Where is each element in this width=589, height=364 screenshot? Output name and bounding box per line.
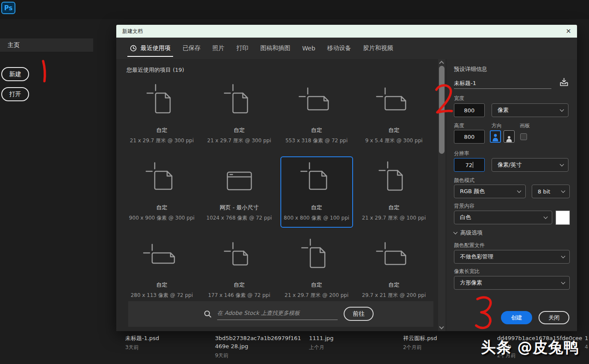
preset-card-6-selected[interactable]: 自定800 x 800 像素 @ 100 ppi (280, 156, 353, 228)
preset-dimensions: 9 x 5.4 厘米 @ 300 ppi (365, 137, 422, 144)
doc-landscape (359, 235, 430, 281)
preset-dimensions: 177 x 146 像素 @ 72 ppi (208, 292, 271, 299)
doc-smallsquare (204, 235, 275, 281)
preset-card-7[interactable]: 自定21 x 29.7 厘米 @ 100 ppi (358, 156, 430, 228)
doc-portrait (127, 80, 197, 126)
color-mode-label: 颜色模式 (454, 177, 474, 184)
color-profile-select[interactable]: 不做色彩管理 (454, 250, 570, 264)
preset-card-2[interactable]: 自定553 x 318 像素 @ 72 ppi (280, 79, 353, 150)
background-color-swatch[interactable] (556, 211, 570, 225)
text-caret (473, 162, 473, 168)
scrollbar-thumb[interactable] (439, 66, 445, 154)
scroll-down-icon[interactable] (439, 324, 444, 329)
pixel-aspect-select[interactable]: 方形像素 (454, 276, 570, 290)
artboard-checkbox[interactable] (520, 133, 527, 140)
resolution-unit-select[interactable]: 像素/英寸 (492, 158, 568, 172)
doc-square (127, 157, 197, 204)
tab-5[interactable]: Web (296, 38, 321, 59)
tab-label: 已保存 (183, 44, 200, 52)
sidebar-home-label: 主页 (8, 41, 20, 49)
tab-1[interactable]: 已保存 (177, 38, 206, 59)
preset-dimensions: 21 x 29.7 厘米 @ 200 ppi (285, 292, 348, 299)
preset-dimensions: 21 x 29.7 厘米 @ 100 ppi (362, 214, 426, 222)
preset-dimensions: 21 x 29.7 厘米 @ 300 ppi (130, 137, 194, 144)
scrollbar[interactable] (438, 59, 445, 331)
color-mode-select[interactable]: RGB 颜色 (454, 185, 526, 198)
width-label: 宽度 (454, 95, 464, 102)
doc-square (281, 157, 352, 204)
orientation-landscape-icon[interactable] (504, 130, 515, 143)
dialog-titlebar: 新建文档 ✕ (116, 25, 577, 38)
recent-file-0[interactable]: 未标题-1.psd3天前 (125, 335, 213, 351)
photoshop-logo-icon: Ps (1, 2, 15, 14)
resolution-input[interactable]: 72 (454, 158, 485, 172)
search-input[interactable]: 在 Adobe Stock 上查找更多模板 (217, 306, 338, 320)
height-input[interactable]: 800 (454, 130, 485, 144)
chevron-down-icon (544, 215, 548, 219)
preset-dimensions: 900 x 900 像素 @ 300 ppi (129, 214, 194, 222)
tab-7[interactable]: 胶片和视频 (357, 38, 399, 59)
close-icon[interactable]: ✕ (563, 26, 574, 36)
tab-2[interactable]: 照片 (206, 38, 230, 59)
document-name-field[interactable]: 未标题-1 (454, 78, 551, 89)
tab-6[interactable]: 移动设备 (321, 38, 357, 59)
dialog-close-button[interactable]: 关闭 (539, 311, 569, 324)
tab-label: 照片 (212, 44, 224, 52)
recent-file-name: 3bd5b27382ac7a1b26979f161469e 28.jpg (215, 335, 303, 351)
preset-card-9[interactable]: 自定177 x 146 像素 @ 72 ppi (203, 234, 276, 305)
preset-name: 自定 (389, 281, 400, 289)
preset-dimensions: 800 x 800 像素 @ 100 ppi (284, 214, 349, 222)
artboard-label: 画板 (520, 122, 530, 129)
height-label: 高度 (454, 122, 464, 129)
tab-3[interactable]: 打印 (230, 38, 254, 59)
doc-portrait (204, 80, 275, 126)
go-button[interactable]: 前往 (344, 307, 374, 321)
preset-card-3[interactable]: 自定9 x 5.4 厘米 @ 300 ppi (358, 79, 430, 150)
recent-file-2[interactable]: 1111.jpg上个月 (309, 335, 397, 351)
preset-grid: 自定21 x 29.7 厘米 @ 300 ppi自定21 x 29.7 厘米 @… (123, 76, 433, 308)
doc-portrait (281, 235, 352, 281)
app-topbar: Ps (0, 0, 589, 19)
recent-file-5[interactable]: 14 (585, 335, 589, 350)
chevron-down-icon (454, 230, 458, 235)
doc-landscape (359, 80, 430, 126)
preset-name: 自定 (156, 126, 168, 134)
chevron-down-icon (560, 108, 564, 112)
doc-portrait (359, 157, 430, 204)
preset-dimensions: 553 x 318 像素 @ 72 ppi (286, 137, 348, 144)
chevron-down-icon (517, 189, 521, 193)
open-button[interactable]: 打开 (1, 87, 29, 101)
tab-0[interactable]: 最近使用项 (124, 38, 177, 59)
preset-name: 自定 (311, 281, 322, 289)
preset-card-11[interactable]: 自定29.7 x 21 厘米 @ 200 ppi (358, 234, 430, 305)
save-preset-icon[interactable] (559, 77, 569, 89)
bit-depth-select[interactable]: 8 bit (532, 185, 570, 198)
preset-card-10[interactable]: 自定21 x 29.7 厘米 @ 200 ppi (280, 234, 353, 305)
recent-file-date: 3天前 (125, 344, 213, 351)
doc-landscape (281, 80, 352, 126)
background-label: 背景内容 (454, 203, 474, 210)
recent-file-1[interactable]: 3bd5b27382ac7a1b26979f161469e 28.jpg9天前 (215, 335, 303, 359)
preset-main-area: 您最近使用的项目 (19) 自定21 x 29.7 厘米 @ 300 ppi自定… (116, 59, 437, 331)
preset-card-4[interactable]: 自定900 x 900 像素 @ 300 ppi (126, 156, 198, 228)
recent-file-name: 祥云圆标.psd (403, 335, 491, 343)
width-input[interactable]: 800 (454, 103, 485, 117)
preset-card-1[interactable]: 自定21 x 29.7 厘米 @ 300 ppi (203, 79, 276, 150)
preset-card-5[interactable]: 网页 - 最小尺寸1024 x 768 像素 @ 72 ppi (203, 156, 276, 228)
tab-4[interactable]: 图稿和插图 (254, 38, 296, 59)
preset-card-8[interactable]: 自定280 x 113 像素 @ 72 ppi (126, 234, 198, 305)
background-select[interactable]: 白色 (454, 211, 552, 224)
advanced-options-toggle[interactable]: 高级选项 (454, 229, 483, 237)
sidebar-item-home[interactable]: 主页 (0, 38, 93, 52)
orientation-label: 方向 (492, 122, 502, 129)
preset-card-0[interactable]: 自定21 x 29.7 厘米 @ 300 ppi (126, 79, 198, 150)
new-button[interactable]: 新建 (1, 67, 29, 81)
orientation-portrait-icon[interactable] (490, 130, 501, 143)
width-unit-select[interactable]: 像素 (492, 103, 568, 117)
chevron-down-icon (561, 280, 565, 285)
recent-file-3[interactable]: 祥云圆标.psd2个月前 (403, 335, 491, 351)
preset-name: 自定 (389, 126, 400, 134)
recent-file-date: 4 (585, 344, 589, 350)
scroll-up-icon[interactable] (439, 61, 444, 65)
create-button[interactable]: 创建 (501, 311, 532, 324)
